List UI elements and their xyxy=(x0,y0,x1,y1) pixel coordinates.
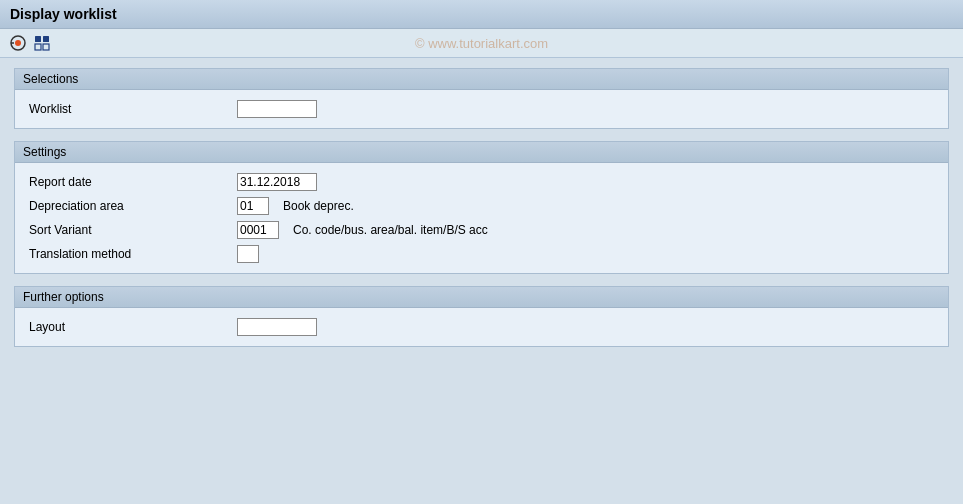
selections-section: Selections Worklist xyxy=(14,68,949,129)
grid-icon[interactable] xyxy=(32,33,52,53)
sort-variant-input[interactable] xyxy=(237,221,279,239)
selections-body: Worklist xyxy=(15,90,948,128)
depreciation-area-input[interactable] xyxy=(237,197,269,215)
report-date-label: Report date xyxy=(29,175,229,189)
sort-variant-row: Sort Variant Co. code/bus. area/bal. ite… xyxy=(29,221,934,239)
further-options-body: Layout xyxy=(15,308,948,346)
worklist-label: Worklist xyxy=(29,102,229,116)
page-title: Display worklist xyxy=(0,0,963,29)
back-icon[interactable] xyxy=(8,33,28,53)
svg-rect-3 xyxy=(35,36,41,42)
sort-variant-desc: Co. code/bus. area/bal. item/B/S acc xyxy=(293,223,488,237)
further-options-header: Further options xyxy=(15,287,948,308)
layout-input[interactable] xyxy=(237,318,317,336)
sort-variant-label: Sort Variant xyxy=(29,223,229,237)
translation-method-input[interactable] xyxy=(237,245,259,263)
settings-header: Settings xyxy=(15,142,948,163)
main-content: Selections Worklist Settings Report date… xyxy=(0,58,963,357)
svg-rect-6 xyxy=(43,44,49,50)
depreciation-area-label: Depreciation area xyxy=(29,199,229,213)
worklist-row: Worklist xyxy=(29,100,934,118)
svg-point-1 xyxy=(15,40,21,46)
layout-row: Layout xyxy=(29,318,934,336)
watermark: © www.tutorialkart.com xyxy=(415,36,548,51)
toolbar: © www.tutorialkart.com xyxy=(0,29,963,58)
further-options-section: Further options Layout xyxy=(14,286,949,347)
layout-label: Layout xyxy=(29,320,229,334)
depreciation-area-desc: Book deprec. xyxy=(283,199,354,213)
svg-rect-5 xyxy=(35,44,41,50)
svg-rect-4 xyxy=(43,36,49,42)
settings-section: Settings Report date Depreciation area B… xyxy=(14,141,949,274)
worklist-input[interactable] xyxy=(237,100,317,118)
translation-method-label: Translation method xyxy=(29,247,229,261)
selections-header: Selections xyxy=(15,69,948,90)
translation-method-row: Translation method xyxy=(29,245,934,263)
depreciation-area-row: Depreciation area Book deprec. xyxy=(29,197,934,215)
report-date-input[interactable] xyxy=(237,173,317,191)
report-date-row: Report date xyxy=(29,173,934,191)
settings-body: Report date Depreciation area Book depre… xyxy=(15,163,948,273)
